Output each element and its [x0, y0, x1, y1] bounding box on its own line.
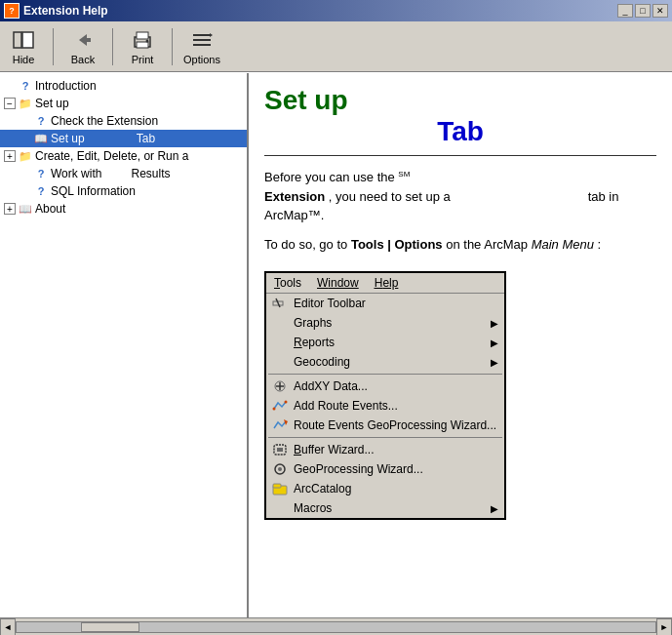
app-icon: ? — [4, 3, 20, 19]
scroll-left-button[interactable]: ◄ — [0, 618, 16, 636]
reports-arrow-icon: ▶ — [491, 337, 498, 348]
tree-label-introduction: Introduction — [35, 79, 97, 93]
toolbar-divider-1 — [53, 28, 54, 65]
geoprocessing-icon — [270, 461, 290, 477]
menu-label-add-route: Add Route Events... — [294, 399, 398, 413]
toolbar-divider-2 — [112, 28, 113, 65]
window-title: Extension Help — [23, 4, 108, 18]
menu-label-macros: Macros — [294, 501, 332, 515]
scroll-right-button[interactable]: ► — [656, 618, 672, 636]
main-container: ? Introduction − 📁 Set up ? Check the Ex… — [0, 72, 672, 617]
tree-item-introduction[interactable]: ? Introduction — [0, 77, 247, 95]
heading-tab: Tab — [264, 116, 656, 147]
tree-item-work-with[interactable]: ? Work with Results — [0, 165, 247, 182]
question-icon-check: ? — [33, 113, 49, 129]
menu-item-reports[interactable]: Reports ▶ — [266, 333, 504, 352]
tree-item-create[interactable]: + 📁 Create, Edit, Delete, or Run a — [0, 147, 247, 165]
options-button[interactable]: Options — [182, 28, 221, 65]
svg-rect-5 — [137, 32, 148, 39]
window-controls: _ □ ✕ — [617, 4, 668, 18]
svg-point-7 — [146, 39, 149, 42]
para2: To do so, go to Tools | Options on the A… — [264, 235, 656, 255]
geocoding-arrow-icon: ▶ — [491, 357, 498, 368]
tree-panel: ? Introduction − 📁 Set up ? Check the Ex… — [0, 73, 249, 617]
book-icon-setup: 📖 — [33, 131, 49, 146]
expand-icon-create[interactable]: + — [4, 150, 16, 162]
back-button[interactable]: Back — [63, 28, 102, 65]
svg-rect-10 — [193, 44, 211, 46]
para1-before: Before you can use the — [264, 170, 398, 184]
svg-rect-6 — [137, 42, 148, 48]
tree-label-work: Work with Results — [51, 167, 170, 180]
back-label: Back — [71, 54, 95, 65]
hide-button[interactable]: Hide — [4, 28, 43, 65]
menu-separator-1 — [268, 374, 502, 375]
print-button[interactable]: Print — [123, 28, 162, 65]
svg-point-23 — [278, 467, 282, 471]
toolbar-divider-3 — [172, 28, 173, 65]
svg-point-17 — [273, 408, 276, 411]
options-label: Options — [183, 54, 220, 65]
tree-item-sql[interactable]: ? SQL Information — [0, 182, 247, 200]
arccatalog-icon — [270, 481, 290, 496]
maximize-button[interactable]: □ — [635, 4, 651, 18]
hide-label: Hide — [13, 54, 35, 65]
tree-item-check-extension[interactable]: ? Check the Extension — [0, 112, 247, 130]
menu-bar-window[interactable]: Window — [313, 275, 363, 291]
question-icon-sql: ? — [33, 183, 49, 199]
tree-label-check: Check the Extension — [51, 114, 158, 128]
sm-text: SM — [398, 170, 410, 179]
menu-item-buffer[interactable]: Buffer Wizard... — [266, 440, 504, 459]
divider — [264, 155, 656, 156]
tree-label-setup: Set up — [35, 97, 69, 110]
options-icon — [190, 28, 214, 52]
close-button[interactable]: ✕ — [652, 4, 668, 18]
menu-item-arccatalog[interactable]: ArcCatalog — [266, 479, 504, 498]
tree-label-sql: SQL Information — [51, 184, 136, 198]
title-bar: ? Extension Help _ □ ✕ — [0, 0, 672, 21]
menu-separator-2 — [268, 437, 502, 438]
tree-label-set-up-tab: Set up Tab — [51, 132, 155, 145]
tree-label-create: Create, Edit, Delete, or Run a — [35, 149, 188, 163]
add-route-icon — [270, 398, 290, 414]
expand-icon-about[interactable]: + — [4, 203, 16, 215]
tree-item-about[interactable]: + 📖 About — [0, 200, 247, 218]
svg-rect-25 — [273, 484, 281, 488]
menu-bar-help[interactable]: Help — [371, 275, 403, 291]
tree-label-about: About — [35, 202, 65, 216]
tree-item-setup[interactable]: − 📁 Set up — [0, 95, 247, 112]
menu-item-editor-toolbar[interactable]: Editor Toolbar — [266, 294, 504, 313]
h-scroll-thumb[interactable] — [81, 622, 139, 632]
horizontal-scrollbar: ◄ ► — [0, 617, 672, 635]
menu-item-graphs[interactable]: Graphs ▶ — [266, 313, 504, 333]
menu-bar-tools[interactable]: Tools — [270, 275, 305, 291]
svg-rect-0 — [14, 32, 21, 48]
print-label: Print — [132, 54, 154, 65]
menu-dropdown: Editor Toolbar Graphs ▶ Reports ▶ Geocod… — [266, 294, 504, 518]
heading-setup: Set up — [264, 85, 656, 116]
svg-rect-1 — [22, 32, 33, 48]
question-icon: ? — [18, 78, 33, 94]
hide-icon — [12, 28, 35, 52]
minimize-button[interactable]: _ — [617, 4, 633, 18]
print-icon — [131, 28, 154, 52]
toolbar: Hide Back Print — [0, 21, 672, 72]
menu-item-macros[interactable]: Macros ▶ — [266, 498, 504, 518]
menu-item-geoprocessing[interactable]: GeoProcessing Wizard... — [266, 459, 504, 479]
svg-rect-3 — [83, 38, 91, 42]
svg-rect-8 — [193, 34, 211, 36]
h-scroll-track[interactable] — [16, 621, 656, 633]
menu-item-addxy[interactable]: AddXY Data... — [266, 377, 504, 396]
menu-item-route-events[interactable]: Route Events GeoProcessing Wizard... — [266, 416, 504, 435]
tree-item-set-up-tab[interactable]: 📖 Set up Tab — [0, 130, 247, 147]
menu-item-geocoding[interactable]: Geocoding ▶ — [266, 352, 504, 372]
svg-point-18 — [285, 401, 288, 404]
content-panel[interactable]: Set up Tab Before you can use the SM Ext… — [249, 73, 672, 617]
back-icon — [71, 28, 95, 52]
menu-label-buffer: Buffer Wizard... — [294, 443, 374, 456]
menu-item-add-route[interactable]: Add Route Events... — [266, 396, 504, 416]
svg-rect-9 — [193, 39, 211, 41]
para2-after: on the ArcMap — [446, 237, 531, 252]
expand-icon-setup[interactable]: − — [4, 98, 16, 109]
editor-toolbar-icon — [270, 296, 290, 311]
